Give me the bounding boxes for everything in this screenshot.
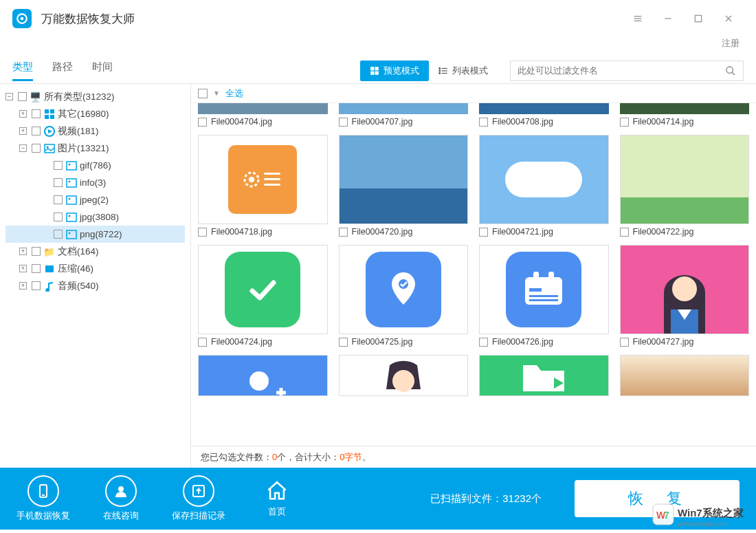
footer-phone-label: 手机数据恢复 (16, 510, 70, 522)
svg-point-18 (439, 72, 441, 74)
tree-other-label: 其它(16980) (58, 108, 109, 120)
file-name: File0004727.jpg (633, 337, 694, 347)
sidebar-tree[interactable]: −🖥️所有类型(31232) +其它(16980) +视频(181) −图片(1… (0, 84, 191, 468)
menu-button[interactable] (623, 3, 653, 34)
file-checkbox[interactable] (339, 338, 348, 347)
file-item[interactable]: File0004726.jpg (479, 245, 609, 347)
file-checkbox[interactable] (620, 118, 629, 127)
register-link[interactable]: 注册 (722, 37, 740, 50)
tree-video-label: 视频(181) (58, 125, 99, 138)
tree-jpeg-label: jpeg(2) (80, 195, 109, 205)
file-checkbox[interactable] (198, 338, 207, 347)
tree-png[interactable]: png(8722) (5, 226, 185, 243)
tab-type[interactable]: 类型 (12, 61, 33, 81)
file-grid[interactable]: File0004704.jpg File0004707.jpg File0004… (191, 103, 756, 446)
file-item[interactable] (620, 355, 750, 396)
file-name: File0004720.jpg (352, 227, 413, 237)
footer-save-scan[interactable]: 保存扫描记录 (172, 475, 225, 522)
file-checkbox[interactable] (479, 338, 488, 347)
file-item[interactable]: File0004725.jpg (339, 245, 469, 347)
tree-jpeg[interactable]: jpeg(2) (5, 191, 185, 208)
file-item[interactable] (479, 355, 609, 396)
recover-button[interactable]: 恢 复 (575, 480, 740, 517)
footer-chat[interactable]: 在线咨询 (103, 475, 139, 522)
dropdown-icon[interactable]: ▼ (213, 89, 220, 97)
minimize-button[interactable] (653, 3, 683, 34)
tree-other[interactable]: +其它(16980) (5, 105, 185, 122)
svg-rect-51 (529, 299, 558, 301)
footer-phone-recover[interactable]: 手机数据恢复 (16, 475, 70, 522)
file-checkbox[interactable] (198, 118, 207, 127)
svg-rect-43 (264, 178, 280, 180)
file-item[interactable]: File0004721.jpg (479, 135, 609, 237)
footer-home-label: 首页 (268, 505, 286, 518)
viewmode-preview-label: 预览模式 (383, 65, 419, 77)
tree-video[interactable]: +视频(181) (5, 122, 185, 140)
svg-point-58 (392, 370, 414, 392)
tab-time[interactable]: 时间 (92, 61, 113, 81)
search-input[interactable] (518, 65, 725, 76)
select-all-row[interactable]: ▼ 全选 (191, 84, 756, 103)
file-item[interactable]: File0004718.jpg (198, 135, 328, 237)
file-name: File0004704.jpg (211, 117, 272, 127)
svg-point-30 (68, 163, 70, 165)
tab-path[interactable]: 路径 (52, 61, 73, 81)
close-button[interactable] (713, 3, 744, 34)
tree-image[interactable]: −图片(13321) (5, 140, 185, 157)
search-box[interactable] (510, 61, 744, 81)
file-checkbox[interactable] (339, 228, 348, 237)
file-checkbox[interactable] (339, 118, 348, 127)
tree-audio[interactable]: +音频(540) (5, 277, 185, 294)
file-item[interactable]: File0004727.jpg (620, 245, 750, 347)
viewmode-preview[interactable]: 预览模式 (360, 61, 429, 81)
tree-gif-label: gif(786) (80, 160, 111, 171)
tree-archive[interactable]: +压缩(46) (5, 260, 185, 277)
svg-rect-10 (375, 67, 379, 70)
scan-status: 已扫描到文件：31232个 (430, 492, 542, 505)
tree-all[interactable]: −🖥️所有类型(31232) (5, 88, 185, 105)
tree-zip-label: 压缩(46) (58, 263, 93, 275)
tree-gif[interactable]: gif(786) (5, 157, 185, 174)
file-item[interactable] (198, 355, 328, 396)
svg-point-38 (68, 232, 70, 234)
viewmode-list-label: 列表模式 (452, 65, 488, 77)
svg-point-17 (439, 70, 441, 72)
file-checkbox[interactable] (198, 228, 207, 237)
file-item[interactable]: File0004708.jpg (479, 103, 609, 127)
selection-summary: 您已勾选文件数：0个，合计大小：0字节。 (191, 446, 756, 468)
file-item[interactable]: File0004720.jpg (339, 135, 469, 237)
footer-home[interactable]: 首页 (265, 479, 289, 518)
tree-png-label: png(8722) (80, 229, 122, 239)
svg-point-32 (68, 180, 70, 182)
file-item[interactable]: File0004722.jpg (620, 135, 750, 237)
select-all-label[interactable]: 全选 (225, 87, 243, 100)
svg-rect-39 (45, 265, 54, 272)
svg-point-1 (21, 17, 24, 21)
file-name: File0004726.jpg (492, 337, 553, 347)
file-item[interactable]: File0004704.jpg (198, 103, 328, 127)
tree-info[interactable]: info(3) (5, 174, 185, 191)
viewmode-list[interactable]: 列表模式 (429, 61, 498, 81)
tree-document[interactable]: +📁文档(164) (5, 243, 185, 260)
file-checkbox[interactable] (479, 118, 488, 127)
file-checkbox[interactable] (479, 228, 488, 237)
svg-point-34 (68, 197, 70, 199)
app-logo (12, 9, 32, 28)
tree-jpg[interactable]: jpg(3808) (5, 208, 185, 226)
file-item[interactable]: File0004714.jpg (620, 103, 750, 127)
app-title: 万能数据恢复大师 (41, 11, 135, 27)
svg-point-41 (249, 177, 254, 182)
svg-rect-21 (45, 109, 49, 113)
svg-rect-50 (529, 295, 558, 297)
select-all-checkbox[interactable] (198, 89, 208, 98)
file-item[interactable]: File0004707.jpg (339, 103, 469, 127)
search-icon[interactable] (725, 65, 736, 76)
file-item[interactable] (339, 355, 469, 396)
svg-point-62 (118, 486, 124, 492)
file-checkbox[interactable] (620, 228, 629, 237)
maximize-button[interactable] (683, 3, 713, 34)
file-name: File0004708.jpg (492, 117, 553, 127)
file-item[interactable]: File0004724.jpg (198, 245, 328, 347)
file-checkbox[interactable] (620, 338, 629, 347)
svg-rect-33 (67, 196, 76, 204)
